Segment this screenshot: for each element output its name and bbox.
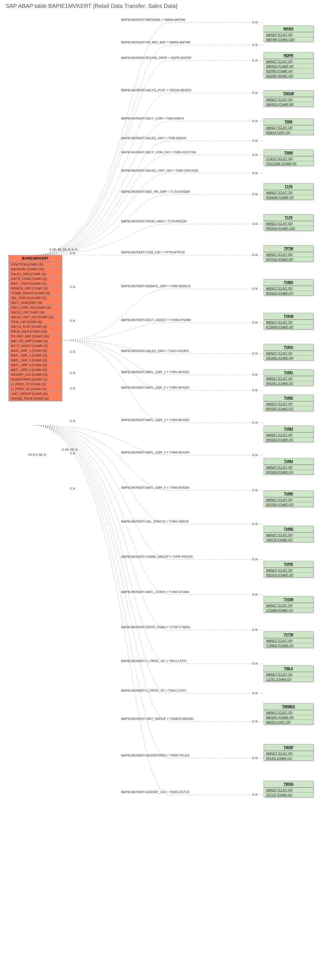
cardinality-right: 0..N (252, 523, 257, 526)
source-field: SAL_STATUS [CHAR (2)] (9, 295, 62, 300)
source-field: MATL_GRP_4 [CHAR (3)] (9, 363, 62, 367)
cardinality-right: 0..N (252, 593, 257, 596)
source-field: MATL_GRP_1 [CHAR (3)] (9, 348, 62, 353)
target-field: KONDM [CHAR (2)] (264, 195, 313, 200)
target-table-name: TVSM (264, 597, 313, 603)
target-field: MANDT [CLNT (3)] (264, 190, 313, 195)
target-table-name: TVM5 (264, 491, 313, 497)
cardinality-right: 0..N (252, 139, 257, 142)
target-field: MANDT [CLNT (3)] (264, 59, 313, 64)
source-field: DELY_UOM [UNIT (3)] (9, 300, 62, 305)
target-field: WERKS [CHAR (4)] (264, 102, 313, 107)
target-field: MANDT [CLNT (3)] (264, 788, 313, 792)
source-field: UNIT_GROUP [CHAR (4)] (9, 391, 62, 396)
cardinality-right: 0..N (252, 193, 257, 196)
target-field: MVGR5 [CHAR (3)] (264, 502, 313, 507)
target-table-mara: MARAMANDT [CLNT (3)]MATNR [CHAR (18)] (263, 25, 313, 42)
target-field: MANDT [CLNT (3)] (264, 351, 313, 355)
target-table-twmeg: TWMEGMANDT [CLNT (3)]MEGRU [CHAR (4)]MEI… (263, 703, 313, 725)
cardinality-right: 0..N (252, 91, 257, 94)
target-table-tvbo: TVBOMANDT [CLNT (3)]BONUS [CHAR (2)] (263, 279, 313, 296)
target-table-name: TVM4 (264, 458, 313, 465)
target-table-tvm5: TVM5MANDT [CLNT (3)]MVGR5 [CHAR (3)] (263, 490, 313, 507)
cardinality-left: 0..N (70, 387, 75, 390)
relation-label: BAPIE1MVKERT-UNIT_GROUP = TWMEG-MEGRU (121, 717, 194, 721)
source-field: SALES_ORG [CHAR (4)] (9, 271, 62, 276)
target-table-name: T006I (264, 150, 313, 156)
target-field: KTGRM [CHAR (2)] (264, 325, 313, 329)
target-table-twlv: TWLVMANDT [CLNT (3)]LSTFL [CHAR (2)] (263, 665, 313, 682)
source-field: MAT_PR_GRP [CHAR (2)] (9, 339, 62, 343)
target-table-t179: T179MANDT [CLNT (3)]PRODH [CHAR (18)] (263, 214, 313, 231)
relation-label: BAPIE1MVKERT-MATL_GRP_5 = TVM5-MVGR5 (121, 486, 190, 489)
source-field: ROUND_PROF [CHAR (4)] (9, 396, 62, 401)
target-field: SSTUF [CHAR (2)] (264, 792, 313, 797)
relation-label: BAPIE1MVKERT-ASSORT_LEV = TWSS-SSTUF (121, 790, 190, 794)
relation-label: BAPIE1MVKERT-LI_PROC_ST = TWLV-LSTFL (121, 689, 187, 692)
relation-label: BAPIE1MVKERT-MATL_GRP_4 = TVM4-MVGR4 (121, 451, 190, 454)
target-table-name: TWSP (264, 745, 313, 751)
relation-label: BAPIE1MVKERT-ITEM_CAT = TPTM-MTPOS (121, 251, 185, 254)
target-field: BONUS [CHAR (2)] (264, 291, 313, 295)
left-card-cluster-bot: 0..N0..N0..N (62, 448, 78, 451)
target-table-tvm1: TVM1MANDT [CLNT (3)]MVGR1 [CHAR (3)] (263, 369, 313, 386)
cardinality-right: 0..N (252, 253, 257, 256)
cardinality-left: 0..N (70, 371, 75, 375)
cardinality-right: 0..N (252, 43, 257, 46)
target-table-name: TVM3 (264, 426, 313, 432)
target-table-t006: T006MANDT [CLNT (3)]MSEHI [UNIT (3)] (263, 118, 313, 135)
relation-label: BAPIE1MVKERT-MATL_GRP_2 = TVM2-MVGR2 (121, 386, 190, 389)
target-field: MANDT [CLNT (3)] (264, 221, 313, 226)
target-field: PFLKS [CHAR (1)] (264, 756, 313, 760)
cardinality-right: 0..N (252, 389, 257, 392)
target-field: MANDT [CLNT (3)] (264, 465, 313, 469)
target-table-tvm4: TVM4MANDT [CLNT (3)]MVGR4 [CHAR (3)] (263, 458, 313, 475)
cardinality-right: 0..N (252, 321, 257, 324)
target-table-t006i: T006ICLIENT [CLNT (3)]ISOCODE [CHAR (3)] (263, 150, 313, 166)
cardinality-left: 0..N (70, 452, 75, 455)
left-card-cluster-bot2: 0.0.N.0..N0..N (28, 453, 46, 456)
relation-label: BAPIE1MVKERT-MATL_GRP_3 = TVM3-MVGR3 (121, 418, 190, 422)
relation-label: BAPIE1MVKERT-REBATE_GRP = TVBO-BONUS (121, 285, 190, 288)
cardinality-left: 0..N (70, 419, 75, 423)
relation-label: BAPIE1MVKERT-LI_PROC_DC = TWLV-LSTFL (121, 659, 187, 663)
relation-label: BAPIE1MVKERT-ASSORTPRIO = TWSP-PFLKS (121, 754, 190, 757)
target-field: MANDT [CLNT (3)] (264, 533, 313, 537)
source-field: MATERIAL [CHAR (18)] (9, 267, 62, 271)
cardinality-right: 0..N (252, 662, 257, 665)
relationship-lines (0, 0, 327, 980)
target-field: MANDT [CLNT (3)] (264, 638, 313, 643)
target-field: VKORG [CHAR (4)] (264, 355, 313, 360)
target-field: MVGR4 [CHAR (3)] (264, 469, 313, 474)
source-field: LI_PROC_ST [CHAR (2)] (9, 382, 62, 387)
cardinality-right: 0..N (252, 453, 257, 457)
source-field: SALES_UNIT [UNIT (3)] (9, 310, 62, 315)
source-field: FUNCTION [CHAR (3)] (9, 262, 62, 267)
target-table-name: T006 (264, 119, 313, 125)
target-table-name: TWMEG (264, 703, 313, 710)
cardinality-right: 0..N (252, 153, 257, 156)
source-field: REBATE_GRP [CHAR (2)] (9, 286, 62, 291)
cardinality-right: 0..N (252, 720, 257, 723)
target-table-tvsm: TVSMMANDT [CLNT (3)]STGMA [CHAR (1)] (263, 596, 313, 613)
target-table-name: TVM2 (264, 395, 313, 401)
cardinality-right: 0..N (252, 421, 257, 424)
target-field: MVGR1 [CHAR (3)] (264, 381, 313, 386)
cardinality-right: 0..N (252, 793, 257, 796)
relation-label: BAPIE1MVKERT-DISTR_CHAN = TVTW-VTWEG (121, 625, 190, 629)
cardinality-right: 0..N (252, 352, 257, 355)
relation-label: BAPIE1MVKERT-MAT_PR_GRP = T178-KONDM (121, 190, 190, 193)
source-field: ASSORT_LEV [CHAR (2)] (9, 372, 62, 377)
target-table-tvko: TVKOMANDT [CLNT (3)]VKORG [CHAR (4)] (263, 344, 313, 361)
target-table-twsp: TWSPMANDT [CLNT (3)]PFLKS [CHAR (1)] (263, 744, 313, 761)
target-table-name: TPTM (264, 245, 313, 252)
target-field: MANDT [CLNT (3)] (264, 32, 313, 37)
source-field: LI_PROC_DC [CHAR (2)] (9, 387, 62, 391)
target-table-name: MARA (264, 25, 313, 32)
target-table-name: TVKO (264, 344, 313, 351)
target-table-name: RDPR (264, 52, 313, 59)
target-table-name: TVTW (264, 632, 313, 638)
target-field: MTPOS [CHAR (4)] (264, 257, 313, 262)
cardinality-right: 0..N (252, 628, 257, 632)
target-field: MANDT [CLNT (3)] (264, 710, 313, 715)
